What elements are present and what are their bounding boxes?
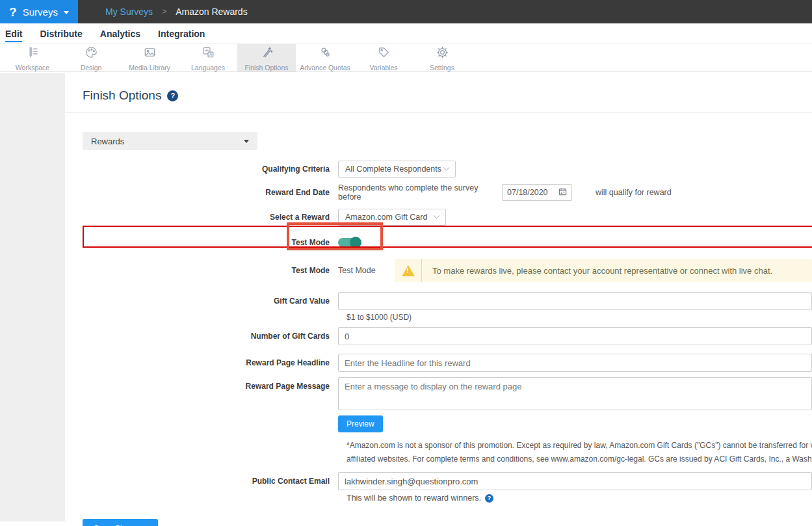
gift-card-value-row: Gift Card Value	[65, 292, 812, 310]
qualifying-criteria-label: Qualifying Criteria	[65, 164, 338, 174]
reward-page-headline-row: Reward Page Headline	[65, 354, 812, 372]
qualifying-criteria-row: Qualifying Criteria All Complete Respond…	[65, 161, 812, 178]
number-of-gift-cards-input[interactable]	[338, 327, 812, 345]
select-reward-row: Select a Reward Amazon.com Gift Card	[65, 209, 812, 226]
toolbar-item-label: Workspace	[16, 64, 49, 72]
gear-icon	[435, 45, 450, 62]
preview-button[interactable]: Preview	[338, 415, 383, 432]
toolbar-item-label: Languages	[191, 64, 225, 72]
chevron-down-icon	[443, 164, 450, 170]
reward-page-message-input[interactable]	[338, 377, 812, 410]
chevron-down-icon	[64, 11, 69, 14]
rewards-section-dropdown[interactable]: Rewards	[83, 132, 257, 150]
workspace-icon	[25, 45, 40, 62]
save-changes-button[interactable]: Save Changes	[83, 519, 158, 526]
chevron-down-icon	[434, 212, 440, 218]
translate-icon: A	[201, 45, 216, 62]
test-mode-toggle-label: Test Mode	[65, 238, 338, 247]
select-reward-label: Select a Reward	[65, 213, 338, 222]
test-mode-toggle[interactable]	[338, 238, 360, 247]
left-gutter	[0, 73, 65, 521]
toolbar-item-advance-quotas[interactable]: Advance Quotas	[296, 44, 354, 72]
caret-down-icon	[244, 140, 249, 143]
tab-distribute[interactable]: Distribute	[40, 25, 82, 42]
preview-row: Preview	[65, 415, 812, 432]
main-nav-tabs: Edit Distribute Analytics Integration	[0, 23, 812, 44]
public-contact-email-row: Public Contact Email	[65, 472, 812, 490]
toolbar-item-design[interactable]: Design	[62, 44, 120, 72]
warning-triangle-icon	[402, 265, 415, 276]
chain-links-icon	[318, 45, 333, 62]
calendar-icon[interactable]	[558, 187, 567, 198]
reward-end-date-row: Reward End Date Respondents who complete…	[65, 183, 812, 202]
test-mode-toggle-row: Test Mode	[65, 229, 812, 256]
toolbar-item-media-library[interactable]: Media Library	[120, 44, 179, 72]
tag-icon	[376, 45, 391, 62]
toolbar-item-label: Advance Quotas	[300, 64, 350, 72]
toolbar-item-label: Variables	[370, 64, 398, 72]
toggle-knob	[350, 237, 361, 248]
public-contact-email-helper-row: This will be shown to reward winners.	[347, 493, 812, 503]
edit-toolbar: Workspace Design Media Library A	[0, 44, 812, 72]
reward-page-headline-input[interactable]	[338, 354, 812, 372]
breadcrumb-my-surveys[interactable]: My Surveys	[105, 7, 153, 17]
number-of-gift-cards-label: Number of Gift Cards	[65, 332, 338, 341]
select-reward-select[interactable]: Amazon.com Gift Card	[338, 209, 446, 226]
reward-end-date-suffix: will qualify for reward	[596, 188, 672, 197]
image-icon	[142, 45, 157, 62]
help-icon[interactable]	[167, 90, 178, 101]
divider	[65, 112, 812, 113]
reward-end-date-value: 07/18/2020	[507, 188, 548, 197]
qualifying-criteria-value: All Complete Respondents	[345, 164, 441, 174]
test-mode-status-label: Test Mode	[65, 266, 338, 275]
warning-banner: To make rewards live, please contact you…	[395, 259, 812, 282]
tab-integration[interactable]: Integration	[158, 25, 205, 42]
magic-wand-icon	[259, 45, 274, 62]
tab-edit[interactable]: Edit	[5, 25, 22, 42]
breadcrumb-separator: >	[162, 7, 166, 16]
reward-page-message-label: Reward Page Message	[65, 377, 338, 391]
rewards-dropdown-value: Rewards	[91, 137, 124, 146]
toolbar-item-label: Media Library	[129, 64, 170, 72]
test-mode-status-row: Test Mode Test Mode To make rewards live…	[65, 259, 812, 282]
palette-icon	[84, 45, 99, 62]
public-contact-email-label: Public Contact Email	[65, 477, 338, 486]
finish-options-panel: Finish Options Rewards Qualifying Criter…	[65, 73, 812, 526]
gift-card-value-input[interactable]	[338, 292, 812, 310]
questionpro-logo-icon	[9, 6, 17, 18]
toolbar-item-variables[interactable]: Variables	[354, 44, 413, 72]
reward-end-date-prefix: Respondents who complete the survey befo…	[338, 183, 502, 202]
qualifying-criteria-select[interactable]: All Complete Respondents	[338, 161, 456, 178]
public-contact-email-helper: This will be shown to reward winners.	[347, 493, 481, 503]
svg-text:A: A	[209, 52, 212, 57]
gift-card-value-helper: $1 to $1000 (USD)	[347, 313, 812, 322]
amazon-disclaimer: *Amazon.com is not a sponsor of this pro…	[347, 439, 812, 466]
warning-message: To make rewards live, please contact you…	[422, 266, 783, 276]
disclaimer-line-2: affiliated websites. For complete terms …	[347, 453, 812, 466]
gift-card-value-label: Gift Card Value	[65, 296, 338, 306]
reward-page-message-row: Reward Page Message	[65, 377, 812, 410]
page-title: Finish Options	[83, 88, 161, 103]
public-contact-email-input[interactable]	[338, 472, 812, 490]
help-icon[interactable]	[485, 494, 493, 503]
toolbar-item-finish-options[interactable]: Finish Options	[237, 44, 296, 72]
breadcrumb-current-survey: Amazon Rewards	[176, 7, 248, 17]
toolbar-item-languages[interactable]: A Languages	[179, 44, 237, 72]
tab-analytics[interactable]: Analytics	[100, 25, 140, 42]
toolbar-item-label: Settings	[430, 64, 454, 72]
disclaimer-line-1: *Amazon.com is not a sponsor of this pro…	[347, 439, 812, 453]
product-switcher[interactable]: Surveys	[0, 0, 78, 23]
toolbar-item-settings[interactable]: Settings	[413, 44, 471, 72]
select-reward-value: Amazon.com Gift Card	[345, 213, 427, 222]
toolbar-item-label: Finish Options	[244, 64, 288, 72]
reward-end-date-input[interactable]: 07/18/2020	[502, 184, 572, 201]
top-header-bar: Surveys My Surveys > Amazon Rewards	[0, 0, 812, 23]
content-area: Finish Options Rewards Qualifying Criter…	[0, 73, 812, 526]
breadcrumb: My Surveys > Amazon Rewards	[78, 0, 812, 23]
test-mode-status-value: Test Mode	[338, 266, 395, 275]
reward-end-date-label: Reward End Date	[65, 188, 338, 197]
product-name: Surveys	[23, 7, 58, 18]
toolbar-item-label: Design	[81, 64, 102, 72]
toolbar-item-workspace[interactable]: Workspace	[3, 44, 62, 72]
reward-page-headline-label: Reward Page Headline	[65, 358, 338, 367]
